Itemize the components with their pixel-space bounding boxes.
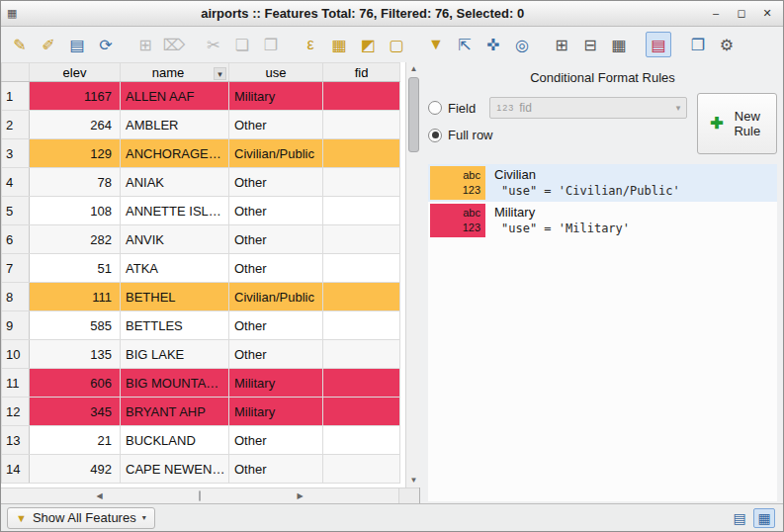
table-row[interactable]: 5 108 ANNETTE ISL… Other	[2, 197, 400, 225]
titlebar[interactable]: ▦ airports :: Features Total: 76, Filter…	[1, 1, 783, 27]
column-header-fid[interactable]: fid	[323, 63, 400, 82]
fid-cell[interactable]	[323, 340, 400, 369]
actions-button[interactable]: ⚙	[714, 32, 740, 57]
elev-cell[interactable]: 21	[30, 426, 121, 455]
fid-cell[interactable]	[323, 111, 400, 139]
name-cell[interactable]: ANVIK	[121, 225, 229, 254]
name-cell[interactable]: ALLEN AAF	[121, 82, 229, 111]
table-row[interactable]: 11 606 BIG MOUNTA… Military	[2, 369, 400, 398]
select-by-expression-button[interactable]: ε	[298, 32, 323, 57]
name-cell[interactable]: ANCHORAGE…	[121, 139, 229, 168]
name-cell[interactable]: BIG MOUNTA…	[121, 369, 229, 398]
use-cell[interactable]: Other	[229, 225, 323, 254]
fid-cell[interactable]	[323, 369, 400, 398]
move-selection-to-top-button[interactable]: ⇱	[452, 32, 478, 57]
dock-table-button[interactable]: ❐	[685, 32, 711, 57]
row-number-cell[interactable]: 12	[2, 398, 30, 426]
corner-cell[interactable]	[2, 63, 30, 82]
elev-cell[interactable]: 78	[30, 168, 121, 197]
add-feature-button[interactable]: ⊞	[132, 32, 158, 57]
fid-cell[interactable]	[323, 225, 400, 254]
table-row[interactable]: 10 135 BIG LAKE Other	[2, 340, 400, 369]
field-radio-circle[interactable]	[428, 101, 442, 115]
field-combo[interactable]: 123 fid ▾	[489, 97, 687, 119]
scroll-right-icon[interactable]: ▶	[202, 489, 398, 503]
copy-button[interactable]: ❏	[229, 32, 255, 57]
name-cell[interactable]: BETHEL	[121, 283, 229, 311]
table-row[interactable]: 2 264 AMBLER Other	[2, 111, 400, 139]
table-row[interactable]: 1 1167 ALLEN AAF Military	[2, 82, 400, 111]
elev-cell[interactable]: 1167	[30, 82, 121, 111]
column-header-elev[interactable]: elev	[30, 63, 121, 82]
vertical-scrollbar[interactable]: ▲ ▼	[405, 62, 421, 488]
elev-cell[interactable]: 606	[30, 369, 121, 398]
form-view-button[interactable]: ▤	[729, 508, 750, 528]
delete-field-button[interactable]: ⊟	[577, 32, 603, 57]
use-cell[interactable]: Civilian/Public	[229, 139, 323, 168]
row-number-cell[interactable]: 4	[2, 168, 30, 197]
table-row[interactable]: 12 345 BRYANT AHP Military	[2, 398, 400, 426]
rule-item[interactable]: abc 123 Military "use" = 'Military'	[428, 202, 777, 239]
column-header-name[interactable]: name▾	[121, 63, 229, 82]
row-number-cell[interactable]: 7	[2, 254, 30, 283]
elev-cell[interactable]: 264	[30, 111, 121, 139]
use-cell[interactable]: Military	[229, 82, 323, 111]
fid-cell[interactable]	[323, 311, 400, 340]
table-row[interactable]: 8 111 BETHEL Civilian/Public	[2, 283, 400, 311]
scroll-down-icon[interactable]: ▼	[406, 474, 421, 488]
horizontal-scrollbar[interactable]: ◀ ▶	[1, 488, 398, 503]
scroll-left-icon[interactable]: ◀	[1, 489, 198, 503]
row-number-cell[interactable]: 13	[2, 426, 30, 455]
row-number-cell[interactable]: 2	[2, 111, 30, 139]
invert-selection-button[interactable]: ◩	[355, 32, 381, 57]
field-calculator-button[interactable]: ▦	[606, 32, 632, 57]
filter-select-button[interactable]: ▼	[423, 32, 449, 57]
elev-cell[interactable]: 129	[30, 139, 121, 168]
table-row[interactable]: 6 282 ANVIK Other	[2, 225, 400, 254]
table-row[interactable]: 4 78 ANIAK Other	[2, 168, 400, 197]
table-row[interactable]: 7 51 ATKA Other	[2, 254, 400, 283]
name-cell[interactable]: CAPE NEWEN…	[121, 455, 229, 484]
use-cell[interactable]: Other	[229, 168, 323, 197]
elev-cell[interactable]: 51	[30, 254, 121, 283]
scroll-up-icon[interactable]: ▲	[406, 62, 421, 76]
elev-cell[interactable]: 345	[30, 398, 121, 426]
full-row-radio-circle[interactable]	[428, 129, 442, 142]
use-cell[interactable]: Other	[229, 254, 323, 283]
table-row[interactable]: 14 492 CAPE NEWEN… Other	[2, 455, 400, 484]
use-cell[interactable]: Other	[229, 311, 323, 340]
name-cell[interactable]: ATKA	[121, 254, 229, 283]
deselect-all-button[interactable]: ▢	[384, 32, 409, 57]
cut-button[interactable]: ✂	[201, 32, 226, 57]
pan-to-selection-button[interactable]: ✜	[480, 32, 506, 57]
select-all-button[interactable]: ▦	[326, 32, 352, 57]
use-cell[interactable]: Military	[229, 398, 323, 426]
elev-cell[interactable]: 282	[30, 225, 121, 254]
elev-cell[interactable]: 135	[30, 340, 121, 369]
row-number-cell[interactable]: 6	[2, 225, 30, 254]
vertical-scrollbar-track[interactable]	[406, 76, 421, 474]
toggle-editing-button[interactable]: ✎	[7, 32, 33, 57]
name-cell[interactable]: ANIAK	[121, 168, 229, 197]
zoom-to-selection-button[interactable]: ◎	[509, 32, 535, 57]
row-number-cell[interactable]: 11	[2, 369, 30, 398]
new-field-button[interactable]: ⊞	[549, 32, 574, 57]
conditional-formatting-button[interactable]: ▤	[646, 32, 671, 57]
fid-cell[interactable]	[323, 139, 400, 168]
name-cell[interactable]: AMBLER	[121, 111, 229, 139]
use-cell[interactable]: Other	[229, 111, 323, 139]
save-edits-button[interactable]: ▤	[64, 32, 90, 57]
use-cell[interactable]: Civilian/Public	[229, 283, 323, 311]
fid-cell[interactable]	[323, 197, 400, 225]
use-cell[interactable]: Other	[229, 426, 323, 455]
row-number-cell[interactable]: 8	[2, 283, 30, 311]
elev-cell[interactable]: 492	[30, 455, 121, 484]
name-cell[interactable]: BUCKLAND	[121, 426, 229, 455]
field-radio[interactable]: Field 123 fid ▾	[428, 97, 687, 119]
row-number-cell[interactable]: 14	[2, 455, 30, 484]
name-cell[interactable]: BRYANT AHP	[121, 398, 229, 426]
delete-selected-button[interactable]: ⌦	[161, 32, 187, 57]
fid-cell[interactable]	[323, 398, 400, 426]
elev-cell[interactable]: 108	[30, 197, 121, 225]
fid-cell[interactable]	[323, 82, 400, 111]
